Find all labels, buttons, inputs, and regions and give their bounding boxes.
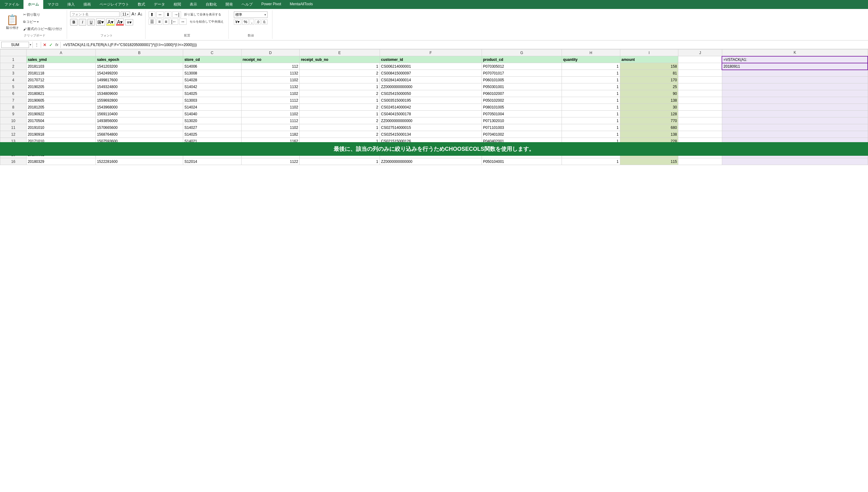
cell-k4[interactable] xyxy=(722,77,868,83)
font-name-input[interactable] xyxy=(70,11,120,17)
indent-icon[interactable]: →| xyxy=(172,11,181,18)
cell-b4[interactable]: 1499817600 xyxy=(96,77,183,83)
percent-button[interactable]: % xyxy=(242,19,249,25)
cell-f11[interactable]: CS027514000015 xyxy=(380,124,482,131)
cell-a16[interactable]: 20180329 xyxy=(26,158,96,165)
tab-page-layout[interactable]: ページレイアウト xyxy=(95,0,133,9)
cancel-icon[interactable]: ✕ xyxy=(42,42,47,48)
cell-c3[interactable]: S13008 xyxy=(183,70,241,77)
formula-input[interactable] xyxy=(62,43,867,47)
cell-k9[interactable] xyxy=(722,110,868,118)
cell-e11[interactable]: 1 xyxy=(300,124,380,131)
increase-decimal[interactable]: .0 xyxy=(255,20,261,24)
cell-k3[interactable] xyxy=(722,70,868,77)
merge-center-button[interactable]: セルを結合して中央揃え xyxy=(187,19,226,25)
align-center-icon[interactable]: ≡ xyxy=(157,19,162,25)
col-header-g[interactable]: G xyxy=(482,49,562,56)
cell-a8[interactable]: 20181205 xyxy=(26,104,96,110)
cell-c7[interactable]: S13003 xyxy=(183,97,241,104)
cell-g6[interactable]: P060102007 xyxy=(482,90,562,97)
cell-i1[interactable]: amount xyxy=(620,56,678,63)
cell-f1[interactable]: customer_id xyxy=(380,56,482,63)
cell-k2[interactable]: 20180911 xyxy=(722,63,868,70)
cell-i12[interactable]: 138 xyxy=(620,131,678,138)
cell-f5[interactable]: ZZ0000000000000 xyxy=(380,83,482,90)
cell-g3[interactable]: P070701017 xyxy=(482,70,562,77)
cell-g5[interactable]: P050301001 xyxy=(482,83,562,90)
cell-c6[interactable]: S14025 xyxy=(183,90,241,97)
cell-a9[interactable]: 20190922 xyxy=(26,110,96,118)
cell-c2[interactable]: S14006 xyxy=(183,63,241,70)
cell-d9[interactable]: 1102 xyxy=(241,110,300,118)
cell-a4[interactable]: 20170712 xyxy=(26,77,96,83)
cell-k1[interactable]: =VSTACK(A1: xyxy=(722,56,868,63)
cell-d6[interactable]: 1102 xyxy=(241,90,300,97)
cut-button[interactable]: ✂ 切り取り xyxy=(21,11,64,18)
cell-a3[interactable]: 20181118 xyxy=(26,70,96,77)
col-header-j[interactable]: J xyxy=(678,49,722,56)
cell-b9[interactable]: 1569110400 xyxy=(96,110,183,118)
rtl-icon[interactable]: ↔ xyxy=(179,19,186,25)
cell-i9[interactable]: 128 xyxy=(620,110,678,118)
cell-d2[interactable]: 112 xyxy=(241,63,300,70)
currency-icon[interactable]: ¥▾ xyxy=(234,19,241,25)
cell-e6[interactable]: 2 xyxy=(300,90,380,97)
copy-dropdown-arrow[interactable]: ▾ xyxy=(37,20,39,24)
col-header-f[interactable]: F xyxy=(380,49,482,56)
cell-g11[interactable]: P071101003 xyxy=(482,124,562,131)
comma-button[interactable]: , xyxy=(250,19,254,25)
cell-f12[interactable]: CS025415000134 xyxy=(380,131,482,138)
cell-name-box[interactable]: SUM xyxy=(1,42,29,48)
cell-name-dropdown[interactable]: ▾ xyxy=(30,43,31,46)
cell-h6[interactable]: 1 xyxy=(562,90,620,97)
cell-i10[interactable]: 770 xyxy=(620,118,678,124)
font-color-button[interactable]: A▾ xyxy=(116,19,124,26)
cell-c4[interactable]: S14028 xyxy=(183,77,241,83)
tab-review[interactable]: 校閲 xyxy=(169,0,185,9)
italic-button[interactable]: I xyxy=(79,19,86,26)
cell-b2[interactable]: 1541203200 xyxy=(96,63,183,70)
cell-g8[interactable]: P080101005 xyxy=(482,104,562,110)
cell-k6[interactable] xyxy=(722,90,868,97)
border-dropdown[interactable]: ⊞▾ xyxy=(96,19,105,26)
cell-f4[interactable]: CS028414000014 xyxy=(380,77,482,83)
cell-g7[interactable]: P050102002 xyxy=(482,97,562,104)
cell-g12[interactable]: P070401002 xyxy=(482,131,562,138)
col-header-c[interactable]: C xyxy=(183,49,241,56)
fx-icon[interactable]: fx xyxy=(55,42,59,48)
cell-d8[interactable]: 1102 xyxy=(241,104,300,110)
cell-f2[interactable]: CS006214000001 xyxy=(380,63,482,70)
cell-c16[interactable]: S12014 xyxy=(183,158,241,165)
cell-h3[interactable]: 1 xyxy=(562,70,620,77)
format-painter-button[interactable]: 🖌 書式のコピー/貼り付け xyxy=(21,26,64,32)
cell-h11[interactable]: 1 xyxy=(562,124,620,131)
decrease-decimal[interactable]: 0. xyxy=(262,20,267,24)
align-bottom-icon[interactable]: ⬇ xyxy=(164,11,172,18)
align-middle-icon[interactable]: ↔ xyxy=(156,11,164,18)
cell-c11[interactable]: S14027 xyxy=(183,124,241,131)
wrap-text-button[interactable]: 折り返して全体を表示する xyxy=(182,11,226,18)
cell-h12[interactable]: 1 xyxy=(562,131,620,138)
cell-h5[interactable]: 1 xyxy=(562,83,620,90)
cell-i16[interactable]: 115 xyxy=(620,158,678,165)
cell-i5[interactable]: 25 xyxy=(620,83,678,90)
col-header-b[interactable]: B xyxy=(96,49,183,56)
underline-button[interactable]: U xyxy=(87,19,95,26)
cell-e12[interactable]: 2 xyxy=(300,131,380,138)
cell-b5[interactable]: 1549324800 xyxy=(96,83,183,90)
outdent-icon[interactable]: |← xyxy=(170,19,178,25)
tab-draw[interactable]: 描画 xyxy=(79,0,95,9)
cell-c5[interactable]: S14042 xyxy=(183,83,241,90)
cell-c10[interactable]: S13020 xyxy=(183,118,241,124)
cell-f9[interactable]: CS040415000178 xyxy=(380,110,482,118)
cell-f6[interactable]: CS025415000050 xyxy=(380,90,482,97)
cell-c8[interactable]: S14024 xyxy=(183,104,241,110)
cell-e3[interactable]: 2 xyxy=(300,70,380,77)
cell-i6[interactable]: 90 xyxy=(620,90,678,97)
col-header-k[interactable]: K xyxy=(722,49,868,56)
cell-c12[interactable]: S14025 xyxy=(183,131,241,138)
cell-e1[interactable]: receipt_sub_no xyxy=(300,56,380,63)
cell-b3[interactable]: 1542499200 xyxy=(96,70,183,77)
cell-i2[interactable]: 158 xyxy=(620,63,678,70)
cell-e9[interactable]: 1 xyxy=(300,110,380,118)
